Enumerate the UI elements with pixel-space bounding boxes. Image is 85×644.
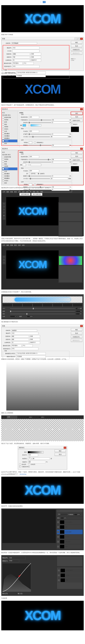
res-unit[interactable]: 像素/英寸 bbox=[31, 59, 41, 62]
ls-item[interactable]: 等高线 bbox=[2, 118, 18, 121]
opacity-input[interactable] bbox=[52, 158, 69, 160]
tool-icon[interactable]: ⬚ bbox=[2, 217, 6, 220]
ls-item[interactable]: 渐变叠加 bbox=[2, 175, 18, 177]
spread-input[interactable] bbox=[52, 133, 69, 135]
preset-select[interactable]: 自定 bbox=[12, 47, 39, 49]
tab-1[interactable]: 1 bbox=[39, 1, 42, 3]
name-input[interactable] bbox=[11, 330, 37, 332]
close-icon[interactable]: × bbox=[64, 447, 66, 449]
ls-item[interactable]: 渐变叠加 bbox=[2, 135, 18, 137]
contour-swatch[interactable] bbox=[29, 183, 32, 186]
brush-spacing-val[interactable]: 25% bbox=[76, 313, 82, 315]
preset-select[interactable]: 自定 bbox=[9, 557, 26, 559]
gradient-bar[interactable] bbox=[28, 451, 44, 453]
menu-item[interactable]: 滤镜 bbox=[22, 244, 25, 246]
ls-item[interactable]: 外发光 bbox=[2, 180, 18, 182]
cancel-button[interactable]: 取消 bbox=[71, 332, 82, 335]
color-radio[interactable] bbox=[20, 164, 22, 166]
ls-item[interactable]: 图案叠加 bbox=[2, 177, 18, 180]
size-input[interactable] bbox=[50, 178, 68, 180]
brush-preset[interactable] bbox=[43, 304, 52, 307]
cancel-button[interactable]: 取消 bbox=[71, 116, 82, 118]
jitter-input[interactable] bbox=[52, 189, 69, 191]
tool-icon[interactable]: ↖ bbox=[2, 256, 6, 258]
brush-preset[interactable] bbox=[53, 304, 62, 307]
ls-item[interactable]: 等高线 bbox=[2, 158, 18, 160]
noise-input[interactable] bbox=[52, 122, 69, 124]
layer-row[interactable]: 背景 bbox=[57, 544, 83, 549]
menu-item[interactable]: 文件 bbox=[3, 191, 5, 193]
brush-round-val[interactable]: 100% bbox=[27, 316, 33, 317]
ps-canvas[interactable]: XCOM bbox=[6, 250, 59, 279]
brush-preset[interactable] bbox=[33, 304, 43, 307]
eye-icon[interactable] bbox=[57, 521, 59, 523]
layers-panel[interactable] bbox=[59, 266, 82, 282]
size-select[interactable] bbox=[12, 50, 39, 52]
width-unit[interactable]: 像素 bbox=[30, 335, 40, 338]
color-radio[interactable] bbox=[20, 124, 22, 126]
brush-size-val[interactable]: 175 像素 bbox=[76, 308, 82, 310]
new-style-button[interactable]: 新建样式(W)... bbox=[71, 119, 82, 122]
angle-input[interactable] bbox=[32, 458, 50, 460]
menu-item[interactable]: 图层 bbox=[14, 191, 17, 193]
menu-item[interactable]: 图像 bbox=[10, 191, 13, 193]
brush-angle-val[interactable]: 0° bbox=[10, 316, 17, 317]
layer-row[interactable]: XCOM 副本 2 bbox=[57, 520, 83, 524]
menu-item[interactable]: 选择 bbox=[18, 244, 21, 246]
eye-icon[interactable] bbox=[58, 579, 60, 581]
reverse-checkbox[interactable] bbox=[19, 464, 21, 465]
mode-select[interactable]: 正常 bbox=[7, 416, 17, 418]
bg-select[interactable]: 白色 bbox=[12, 65, 39, 68]
eye-icon[interactable] bbox=[57, 541, 59, 543]
gradient-radio[interactable] bbox=[28, 164, 30, 166]
flow-val[interactable]: 100% bbox=[38, 416, 44, 418]
close-icon[interactable]: × bbox=[80, 108, 83, 110]
res-input[interactable] bbox=[12, 59, 30, 61]
ls-item[interactable]: 颜色叠加 bbox=[2, 132, 18, 135]
tool-icon[interactable]: ✎ bbox=[2, 258, 6, 262]
ls-item[interactable]: 投影 bbox=[2, 142, 18, 145]
tool-icon[interactable]: T bbox=[2, 211, 6, 214]
layer-row[interactable]: XCOM bbox=[57, 573, 82, 578]
eye-icon[interactable] bbox=[58, 574, 60, 576]
new-style-button[interactable]: 新建样式(W)... bbox=[71, 159, 82, 162]
align-checkbox[interactable] bbox=[19, 466, 21, 468]
brush-preset[interactable] bbox=[13, 304, 23, 307]
profile-select[interactable]: 工作中的 RGB: sRGB IEC61966-2.1 bbox=[16, 352, 46, 355]
opacity-val[interactable]: 100% bbox=[74, 514, 80, 516]
blend-select[interactable]: 滤色 bbox=[29, 156, 39, 158]
ok-button[interactable]: 确定 bbox=[55, 450, 66, 452]
contour-swatch[interactable] bbox=[29, 142, 32, 144]
ok-button[interactable]: 确定 bbox=[71, 41, 82, 44]
style-select[interactable]: 线性 bbox=[28, 454, 38, 456]
ls-item[interactable]: 投影 bbox=[2, 182, 18, 184]
cancel-button[interactable]: 取消 bbox=[55, 453, 66, 456]
channel-select[interactable]: RGB bbox=[9, 560, 19, 562]
layer-row[interactable]: 背景 副本 bbox=[57, 540, 83, 544]
swatches-panel[interactable] bbox=[59, 212, 82, 221]
tool-icon[interactable]: T bbox=[2, 262, 6, 264]
ls-item[interactable]: 斜面和浮雕 bbox=[2, 116, 18, 118]
tool-icon[interactable]: ◐ bbox=[2, 214, 6, 217]
ls-item[interactable]: 样式 bbox=[2, 151, 18, 154]
edge-radio[interactable] bbox=[38, 173, 39, 174]
aspect-select[interactable]: 方形像素 bbox=[16, 355, 46, 358]
layer-row[interactable]: 背景 bbox=[57, 578, 82, 582]
layers-panel[interactable]: XCOM 副本 2 XCOM 背景 bbox=[57, 567, 83, 589]
close-icon[interactable]: × bbox=[80, 38, 83, 40]
width-input[interactable] bbox=[11, 336, 29, 338]
eye-icon[interactable] bbox=[57, 536, 59, 538]
brush-preset[interactable] bbox=[3, 304, 12, 307]
ls-item[interactable]: 颜色叠加 bbox=[2, 172, 18, 175]
color-wheel-panel[interactable] bbox=[59, 256, 82, 265]
set-default-button[interactable]: 设置为默认值 bbox=[19, 193, 31, 196]
ls-item[interactable]: 纹理 bbox=[2, 121, 18, 123]
brush-preset[interactable] bbox=[63, 304, 72, 307]
mode-select[interactable]: RGB 颜色 bbox=[11, 344, 22, 347]
gradient-radio[interactable] bbox=[28, 124, 30, 126]
tech-select[interactable]: 柔和 bbox=[29, 130, 39, 133]
adjustments-panel[interactable] bbox=[57, 556, 83, 566]
ls-item[interactable]: 图案叠加 bbox=[2, 137, 18, 140]
cancel-button[interactable]: 取消 bbox=[71, 45, 82, 48]
gradient-bar[interactable] bbox=[31, 164, 41, 166]
